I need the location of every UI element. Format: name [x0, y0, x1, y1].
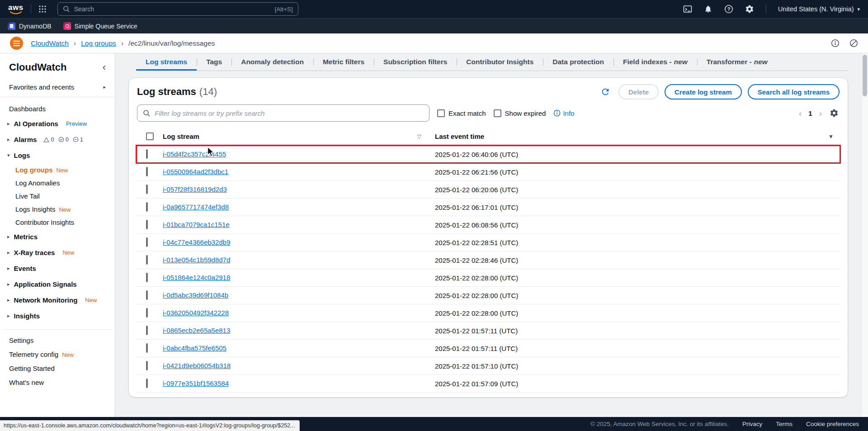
table-row: i-057f28f316819d2d3 2025-01-22 06:20:06 …	[137, 181, 840, 199]
sidebar-item-contributor-insights[interactable]: Contributor Insights	[0, 216, 115, 229]
row-checkbox[interactable]	[146, 308, 148, 317]
sidebar-section-logs[interactable]: ▾ Logs	[0, 147, 115, 163]
tab-tags[interactable]: Tags	[197, 53, 231, 71]
terms-link[interactable]: Terms	[776, 421, 793, 427]
table-preferences-gear-icon[interactable]	[829, 108, 840, 118]
row-checkbox[interactable]	[146, 220, 148, 229]
favorite-sqs[interactable]: Simple Queue Service	[63, 22, 137, 30]
row-checkbox[interactable]	[146, 273, 148, 282]
create-log-stream-button[interactable]: Create log stream	[665, 84, 742, 99]
sidebar-item-dashboards[interactable]: Dashboards	[0, 102, 115, 116]
tab-contributor-insights[interactable]: Contributor Insights	[457, 53, 543, 71]
previous-page-icon[interactable]: ‹	[799, 109, 802, 118]
sort-icon[interactable]: ▽	[417, 133, 421, 140]
info-link[interactable]: Info	[553, 109, 574, 117]
log-stream-link[interactable]: i-0865ecb2e65a5e813	[163, 327, 230, 334]
log-stream-link[interactable]: i-0abc4fba575fe6505	[163, 344, 226, 352]
row-checkbox[interactable]	[146, 185, 148, 194]
tab-transformer[interactable]: Transformer -new	[697, 53, 777, 71]
tab-anomaly-detection[interactable]: Anomaly detection	[231, 53, 313, 71]
favorite-dynamodb[interactable]: DynamoDB	[8, 22, 52, 30]
row-checkbox[interactable]	[146, 255, 148, 265]
log-stream-link[interactable]: i-0d5abc39d69f1084b	[163, 291, 228, 299]
help-icon[interactable]: ?	[724, 5, 733, 14]
breadcrumb-log-groups[interactable]: Log groups	[81, 39, 116, 47]
log-stream-link[interactable]: i-0362050492f342228	[163, 309, 229, 317]
sidebar-section-insights[interactable]: ▸ Insights	[0, 308, 115, 324]
sidebar-item-log-groups[interactable]: Log groupsNew	[0, 163, 115, 176]
log-stream-link[interactable]: i-051864e124c0a2918	[163, 274, 230, 281]
row-checkbox[interactable]	[146, 202, 148, 212]
log-stream-link[interactable]: i-057f28f316819d2d3	[163, 185, 227, 193]
cloudshell-icon[interactable]	[683, 5, 692, 14]
log-stream-link[interactable]: i-0977e351bf1563584	[163, 379, 229, 387]
sidebar-item-settings[interactable]: Settings	[0, 333, 115, 347]
refresh-icon[interactable]	[598, 85, 613, 99]
column-header-log-stream[interactable]: Log stream ▽	[163, 133, 435, 140]
tab-field-indexes[interactable]: Field indexes -new	[613, 53, 697, 71]
aws-logo[interactable]: aws	[8, 4, 24, 14]
sidebar-item-live-tail[interactable]: Live Tail	[0, 189, 115, 203]
sort-desc-icon[interactable]: ▼	[828, 133, 834, 140]
row-checkbox[interactable]	[146, 343, 148, 353]
sidebar-item-telemetry-config[interactable]: Telemetry configNew	[0, 347, 115, 361]
row-checkbox[interactable]	[146, 237, 148, 247]
filter-log-streams-input[interactable]	[155, 109, 424, 117]
delete-button[interactable]: Delete	[618, 84, 659, 99]
notifications-bell-icon[interactable]	[704, 5, 712, 14]
sidebar-item-log-anomalies[interactable]: Log Anomalies	[0, 176, 115, 189]
tab-metric-filters[interactable]: Metric filters	[313, 53, 374, 71]
row-checkbox[interactable]	[146, 379, 148, 388]
log-stream-link[interactable]: i-0a9657717474ef3d8	[163, 203, 229, 211]
exact-match-label: Exact match	[448, 109, 486, 117]
sidebar-section-ai-operations[interactable]: ▸ AI Operations Preview	[0, 116, 115, 132]
exact-match-checkbox[interactable]	[437, 109, 445, 117]
console-search-input[interactable]	[74, 5, 271, 13]
log-stream-link[interactable]: i-05500964ad2f3dbc1	[163, 168, 228, 175]
row-checkbox[interactable]	[146, 149, 148, 159]
tab-data-protection[interactable]: Data protection	[543, 53, 613, 71]
apps-grid-icon[interactable]	[38, 5, 47, 13]
current-page[interactable]: 1	[808, 109, 812, 117]
scrollbar-thumb[interactable]	[863, 55, 867, 96]
search-icon	[63, 5, 70, 13]
sidebar-item-getting-started[interactable]: Getting Started	[0, 361, 115, 375]
search-all-log-streams-button[interactable]: Search all log streams	[748, 84, 840, 99]
cookie-preferences-link[interactable]: Cookie preferences	[806, 421, 859, 427]
preview-badge[interactable]: Preview	[66, 120, 87, 127]
nav-menu-button[interactable]	[10, 37, 23, 50]
tab-subscription-filters[interactable]: Subscription filters	[374, 53, 457, 71]
show-expired-checkbox[interactable]	[494, 109, 501, 117]
column-header-last-event-time[interactable]: Last event time ▼	[435, 133, 840, 140]
next-page-icon[interactable]: ›	[819, 109, 822, 118]
sidebar-item-favorites-recents[interactable]: Favorites and recents ▸	[0, 80, 115, 97]
settings-gear-icon[interactable]	[745, 5, 754, 14]
sidebar-item-logs-insights[interactable]: Logs InsightsNew	[0, 203, 115, 216]
row-checkbox[interactable]	[146, 361, 148, 370]
privacy-link[interactable]: Privacy	[742, 421, 762, 427]
region-selector[interactable]: United States (N. Virginia) ▾	[778, 5, 860, 13]
log-stream-link[interactable]: i-01bca7079ca1c151e	[163, 221, 230, 228]
svg-text:?: ?	[727, 6, 731, 12]
row-checkbox[interactable]	[146, 290, 148, 300]
collapse-sidebar-icon[interactable]: ‹	[103, 62, 106, 72]
tab-log-streams[interactable]: Log streams	[136, 53, 197, 71]
select-all-checkbox[interactable]	[146, 133, 154, 140]
row-checkbox[interactable]	[146, 167, 148, 176]
log-stream-link[interactable]: i-0421d9eb06054b318	[163, 362, 231, 369]
log-stream-link[interactable]: i-04c77e4366eb32db9	[163, 238, 230, 246]
sidebar-section-metrics[interactable]: ▸ Metrics	[0, 229, 115, 245]
info-panel-icon[interactable]	[831, 39, 840, 47]
sidebar-section-events[interactable]: ▸ Events	[0, 260, 115, 276]
circle-slash-icon[interactable]	[849, 39, 858, 47]
log-stream-link[interactable]: i-05d4f2c357c2f4455	[163, 150, 226, 158]
breadcrumb-cloudwatch[interactable]: CloudWatch	[31, 39, 69, 47]
sidebar-item-whats-new[interactable]: What's new	[0, 375, 115, 389]
sidebar-section-alarms[interactable]: ▸ Alarms 0 0 1	[0, 132, 115, 147]
log-stream-link[interactable]: i-013e054c1b59d8d7d	[163, 256, 230, 264]
sidebar-section-network-monitoring[interactable]: ▸ Network Monitoring New	[0, 292, 115, 308]
row-checkbox[interactable]	[146, 326, 148, 335]
page-scrollbar[interactable]	[861, 53, 868, 417]
sidebar-section-application-signals[interactable]: ▸ Application Signals	[0, 276, 115, 292]
sidebar-section-xray-traces[interactable]: ▸ X-Ray traces New	[0, 245, 115, 260]
